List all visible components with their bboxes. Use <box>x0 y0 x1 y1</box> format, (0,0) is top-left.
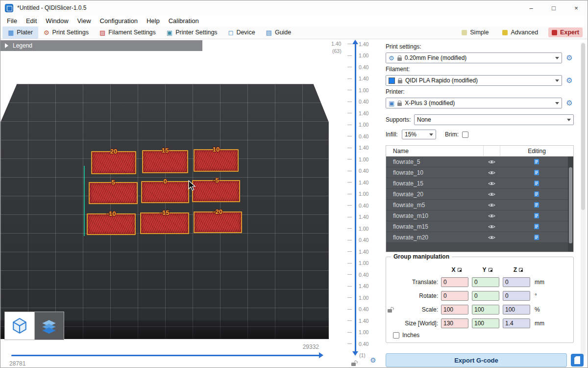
object-name[interactable]: flowrate_m5 <box>386 202 483 209</box>
object-name[interactable]: flowrate_5 <box>386 158 483 165</box>
object-name[interactable]: flowrate_m15 <box>386 223 483 230</box>
object-list-row[interactable]: flowrate_m10 <box>386 210 573 221</box>
tab-printer-settings[interactable]: ▣ Printer Settings <box>161 26 223 39</box>
tab-guide[interactable]: ▤ Guide <box>261 26 297 39</box>
preview-view-button[interactable] <box>34 312 64 340</box>
horizontal-move-slider[interactable] <box>11 355 320 356</box>
visibility-eye-icon[interactable] <box>483 159 500 164</box>
axis-z-world-icon[interactable] <box>519 268 523 272</box>
visibility-eye-icon[interactable] <box>483 203 500 208</box>
menu-item[interactable]: File <box>2 16 22 26</box>
calibration-object[interactable]: 15 <box>142 150 188 173</box>
size-y-input[interactable] <box>472 318 499 328</box>
object-editing-icon[interactable] <box>500 234 573 240</box>
object-editing-icon[interactable] <box>500 202 573 208</box>
scale-z-input[interactable] <box>503 305 530 315</box>
translate-y-input[interactable] <box>472 277 499 287</box>
menu-item[interactable]: Help <box>142 16 164 26</box>
rotate-x-input[interactable] <box>441 291 468 301</box>
calibration-object[interactable]: 10 <box>194 149 239 172</box>
printer-gear-button[interactable]: ⚙ <box>565 99 574 107</box>
object-editing-icon[interactable] <box>500 212 573 219</box>
rotate-z-input[interactable] <box>503 291 530 301</box>
rotate-y-input[interactable] <box>472 291 499 301</box>
calibration-object[interactable]: -20 <box>194 211 242 233</box>
export-to-sd-button[interactable] <box>571 354 584 367</box>
print-settings-combo[interactable]: ⚙ 0.20mm Fine (modified) <box>386 53 562 63</box>
calibration-object[interactable]: -5 <box>192 180 240 202</box>
scale-x-input[interactable] <box>441 305 468 315</box>
size-x-input[interactable] <box>441 318 468 328</box>
print-settings-gear-button[interactable]: ⚙ <box>565 53 574 62</box>
object-name[interactable]: flowrate_20 <box>386 191 483 198</box>
filament-gear-button[interactable]: ⚙ <box>565 76 574 85</box>
visibility-eye-icon[interactable] <box>483 181 500 186</box>
mode-advanced[interactable]: Advanced <box>499 27 541 37</box>
menu-item[interactable]: Configuration <box>96 16 142 26</box>
object-list-row[interactable]: flowrate_m20 <box>386 232 573 243</box>
object-editing-icon[interactable] <box>500 191 573 197</box>
calibration-object[interactable]: 0 <box>141 181 189 203</box>
menu-item[interactable]: View <box>73 16 96 26</box>
mode-expert[interactable]: Expert <box>548 27 583 37</box>
object-list-row[interactable]: flowrate_15 <box>386 178 573 189</box>
move-slider-arrow-icon[interactable] <box>319 352 323 358</box>
size-z-input[interactable] <box>503 318 530 328</box>
calibration-object[interactable]: 5 <box>89 182 138 204</box>
object-editing-icon[interactable] <box>500 223 573 230</box>
panel-scrollbar[interactable] <box>581 42 586 357</box>
object-name[interactable]: flowrate_m10 <box>386 212 483 219</box>
menu-item[interactable]: Edit <box>22 16 41 26</box>
slider-gear-icon[interactable]: ⚙ <box>370 356 376 364</box>
tab-device[interactable]: ◻ Device <box>223 26 261 39</box>
translate-z-input[interactable] <box>503 277 530 287</box>
mode-simple[interactable]: Simple <box>458 27 492 37</box>
axis-y-world-icon[interactable] <box>489 268 492 272</box>
infill-combo[interactable]: 15% <box>402 130 436 139</box>
axis-x-world-icon[interactable] <box>458 268 462 272</box>
export-gcode-button[interactable]: Export G-code <box>386 353 567 367</box>
layer-slider-bottom-handle[interactable] <box>352 351 358 356</box>
object-editing-icon[interactable] <box>500 169 573 176</box>
supports-combo[interactable]: None <box>414 114 574 125</box>
translate-x-input[interactable] <box>441 277 468 287</box>
object-list-row[interactable]: flowrate_5 <box>386 157 573 167</box>
object-list-row[interactable]: flowrate_10 <box>386 167 573 178</box>
calibration-object[interactable]: -15 <box>140 212 189 234</box>
object-editing-icon[interactable] <box>500 158 573 165</box>
object-list-scrollbar[interactable] <box>568 157 573 252</box>
visibility-eye-icon[interactable] <box>483 170 500 175</box>
object-list-row[interactable]: flowrate_m15 <box>386 221 573 232</box>
brim-checkbox[interactable] <box>462 131 468 138</box>
editor-view-button[interactable] <box>5 312 34 340</box>
scale-y-input[interactable] <box>472 305 499 315</box>
menu-item[interactable]: Window <box>41 16 73 26</box>
object-list-row[interactable]: flowrate_m5 <box>386 200 573 210</box>
object-name[interactable]: flowrate_15 <box>386 180 483 187</box>
tab-plater[interactable]: ▦ Plater <box>2 26 38 39</box>
scrollbar-thumb[interactable] <box>569 167 572 243</box>
visibility-eye-icon[interactable] <box>483 192 500 197</box>
minimize-button[interactable]: – <box>520 0 542 15</box>
object-name[interactable]: flowrate_10 <box>386 169 483 176</box>
object-name[interactable]: flowrate_m20 <box>386 234 483 241</box>
maximize-button[interactable]: □ <box>542 0 565 15</box>
viewport-3d[interactable]: Legend 20 15 10 5 <box>0 39 329 368</box>
calibration-object[interactable]: -10 <box>87 213 136 235</box>
printer-combo[interactable]: ▣ X-Plus 3 (modified) <box>386 98 562 108</box>
object-editing-icon[interactable] <box>500 180 573 186</box>
filament-combo[interactable]: QIDI PLA Rapido (modified) <box>386 75 562 86</box>
legend-bar[interactable]: Legend <box>0 40 202 51</box>
object-list-row[interactable]: flowrate_20 <box>386 189 573 200</box>
menu-item[interactable]: Calibration <box>164 16 203 26</box>
slider-lock-icon[interactable] <box>351 363 356 366</box>
visibility-eye-icon[interactable] <box>483 213 500 218</box>
tab-filament-settings[interactable]: ▨ Filament Settings <box>94 26 161 39</box>
calibration-object[interactable]: 20 <box>91 151 136 174</box>
close-button[interactable]: × <box>565 0 588 15</box>
visibility-eye-icon[interactable] <box>483 235 500 240</box>
inches-checkbox[interactable] <box>393 332 399 339</box>
visibility-eye-icon[interactable] <box>483 224 500 229</box>
uniform-scale-lock-icon[interactable] <box>388 309 392 313</box>
panel-scrollbar-thumb[interactable] <box>581 43 585 210</box>
